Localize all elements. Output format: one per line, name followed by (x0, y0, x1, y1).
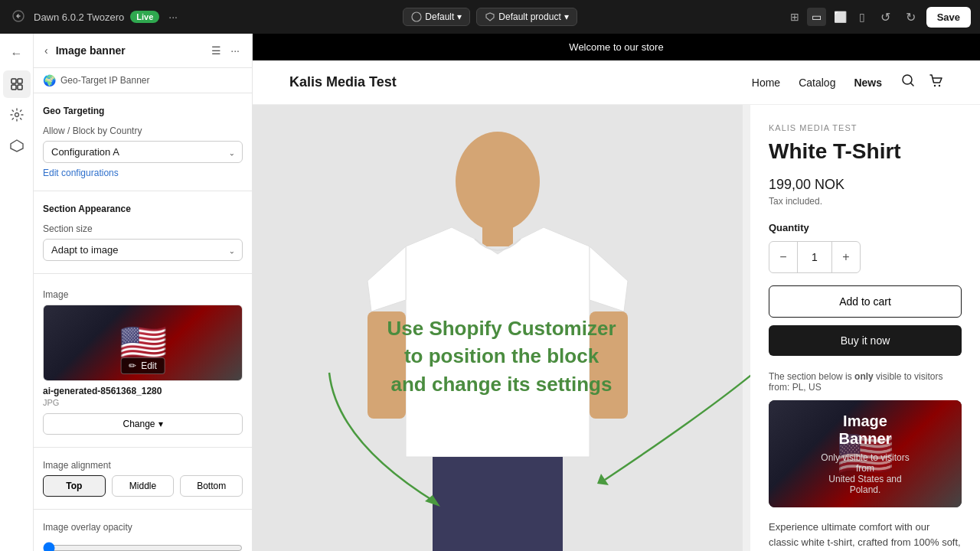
nav-catalog[interactable]: Catalog (799, 77, 835, 89)
svg-point-10 (939, 85, 940, 86)
svg-rect-14 (433, 457, 563, 551)
visibility-note: The section below is only visible to vis… (769, 371, 962, 393)
save-button[interactable]: Save (926, 7, 971, 28)
viewport-desktop-button[interactable]: ⊞ (786, 8, 804, 26)
svg-point-9 (934, 85, 936, 86)
svg-rect-4 (11, 85, 16, 90)
panel-header: ‹ Image banner ☰ ··· (34, 34, 252, 68)
sidebar-nav-settings[interactable] (3, 101, 31, 129)
settings-panel: ‹ Image banner ☰ ··· 🌍 Geo-Target IP Ban… (34, 34, 253, 551)
svg-point-1 (412, 12, 421, 21)
banner-card-text: Image Banner Only visible to visitors fr… (817, 412, 913, 495)
section-appearance-title: Section Appearance (43, 204, 243, 214)
overlay-opacity-slider[interactable] (43, 542, 243, 551)
breadcrumb-label: Geo-Target IP Banner (60, 75, 150, 86)
align-top-button[interactable]: Top (43, 475, 106, 497)
cart-button[interactable] (928, 73, 943, 92)
quantity-label: Quantity (769, 222, 962, 233)
banner-bg: Use Shopify Customizer to position the b… (253, 105, 750, 551)
icon-sidebar: ← (0, 34, 34, 551)
viewport-mobile-button[interactable]: ▯ (854, 8, 870, 26)
allow-block-label: Allow / Block by Country (43, 126, 243, 136)
section-appearance-section: Section Appearance Section size Adapt to… (34, 191, 252, 274)
edit-image-button[interactable]: ✏ Edit (120, 357, 165, 374)
overlay-opacity-section: Image overlay opacity (34, 510, 252, 551)
search-button[interactable] (900, 73, 916, 92)
overlay-label: Image overlay opacity (43, 522, 243, 533)
section-size-select[interactable]: Adapt to image (43, 239, 243, 261)
panel-more-button[interactable]: ··· (227, 41, 243, 60)
image-preview: 🇺🇸 ✏ Edit (43, 305, 243, 381)
quantity-increase-button[interactable]: + (832, 242, 860, 272)
change-image-button[interactable]: Change ▾ (43, 413, 243, 435)
announcement-bar: Welcome to our store (253, 34, 980, 60)
panel-header-icons: ☰ ··· (208, 41, 243, 60)
align-middle-button[interactable]: Middle (112, 475, 175, 497)
topbar: Dawn 6.0.2 Twozero Live ··· Default ▾ De… (0, 0, 980, 34)
image-label: Image (43, 289, 243, 300)
section-size-wrapper: Adapt to image (43, 239, 243, 261)
back-button[interactable] (9, 7, 28, 28)
add-to-cart-button[interactable]: Add to cart (769, 285, 962, 318)
viewport-buttons: ⊞ ▭ ⬜ ▯ (786, 8, 870, 26)
product-brand: KALIS MEDIA TEST (769, 123, 962, 132)
svg-rect-13 (482, 223, 513, 246)
sidebar-nav-apps[interactable] (3, 132, 31, 159)
svg-point-12 (456, 132, 540, 231)
globe-icon: 🌍 (43, 74, 56, 86)
image-alignment-section: Image alignment Top Middle Bottom (34, 448, 252, 510)
image-section: Image 🇺🇸 ✏ Edit ai-generated-8561368_128… (34, 277, 252, 448)
banner-card-title: Image Banner (817, 412, 913, 448)
app-title: Dawn 6.0.2 Twozero (34, 11, 124, 23)
panel-back-button[interactable]: ‹ (43, 43, 50, 58)
store-header-icons (900, 73, 943, 92)
redo-button[interactable]: ↻ (901, 7, 920, 28)
align-bottom-button[interactable]: Bottom (180, 475, 243, 497)
live-badge: Live (130, 11, 159, 23)
sidebar-nav-sections[interactable] (3, 70, 31, 98)
svg-rect-3 (18, 79, 22, 83)
banner-card: 🇺🇸 Image Banner Only visible to visitors… (769, 400, 962, 507)
geo-targeting-section: Geo Targeting Allow / Block by Country C… (34, 93, 252, 191)
product-title: White T-Shirt (769, 139, 962, 165)
nav-news[interactable]: News (854, 77, 882, 89)
product-description: Experience ultimate comfort with our cla… (769, 520, 962, 551)
topbar-right: ⊞ ▭ ⬜ ▯ ↺ ↻ Save (586, 7, 971, 28)
product-price: 199,00 NOK (769, 177, 962, 193)
product-sidebar: KALIS MEDIA TEST White T-Shirt 199,00 NO… (750, 105, 980, 551)
svg-rect-16 (590, 311, 628, 419)
pencil-icon: ✏ (129, 360, 136, 371)
default-product-button[interactable]: Default product ▾ (476, 8, 577, 26)
config-select[interactable]: Configuration A (43, 141, 243, 163)
default-theme-button[interactable]: Default ▾ (403, 8, 470, 26)
image-alignment-label: Image alignment (43, 460, 243, 471)
edit-configurations-link[interactable]: Edit configurations (43, 168, 119, 178)
more-button[interactable]: ··· (165, 8, 181, 26)
svg-point-6 (15, 113, 18, 117)
banner-card-bg: 🇺🇸 Image Banner Only visible to visitors… (769, 400, 962, 507)
panel-title: Image banner (56, 44, 203, 57)
buy-now-button[interactable]: Buy it now (769, 325, 962, 356)
svg-rect-15 (368, 311, 406, 419)
viewport-tablet-button[interactable]: ⬜ (829, 8, 851, 26)
nav-home[interactable]: Home (752, 77, 780, 89)
panel-list-button[interactable]: ☰ (208, 41, 224, 60)
quantity-value: 1 (797, 242, 832, 272)
store-header: Kalis Media Test Home Catalog News (253, 60, 980, 105)
preview-area: Welcome to our store Kalis Media Test Ho… (253, 34, 980, 551)
config-select-wrapper: Configuration A (43, 141, 243, 163)
undo-button[interactable]: ↺ (876, 7, 895, 28)
geo-targeting-title: Geo Targeting (43, 106, 243, 116)
main-layout: ← ‹ Image banner ☰ ··· 🌍 Geo-Target IP B… (0, 34, 980, 551)
topbar-center: Default ▾ Default product ▾ (403, 8, 577, 26)
breadcrumb: 🌍 Geo-Target IP Banner (34, 68, 252, 93)
store-content: Use Shopify Customizer to position the b… (253, 105, 980, 551)
section-size-label: Section size (43, 223, 243, 234)
store-frame: Welcome to our store Kalis Media Test Ho… (253, 34, 980, 551)
store-nav: Home Catalog News (752, 77, 882, 89)
sidebar-nav-back[interactable]: ← (3, 40, 31, 67)
product-image-svg (253, 105, 743, 551)
quantity-decrease-button[interactable]: − (769, 242, 797, 272)
viewport-wide-button[interactable]: ▭ (807, 8, 826, 26)
svg-rect-2 (11, 79, 16, 83)
